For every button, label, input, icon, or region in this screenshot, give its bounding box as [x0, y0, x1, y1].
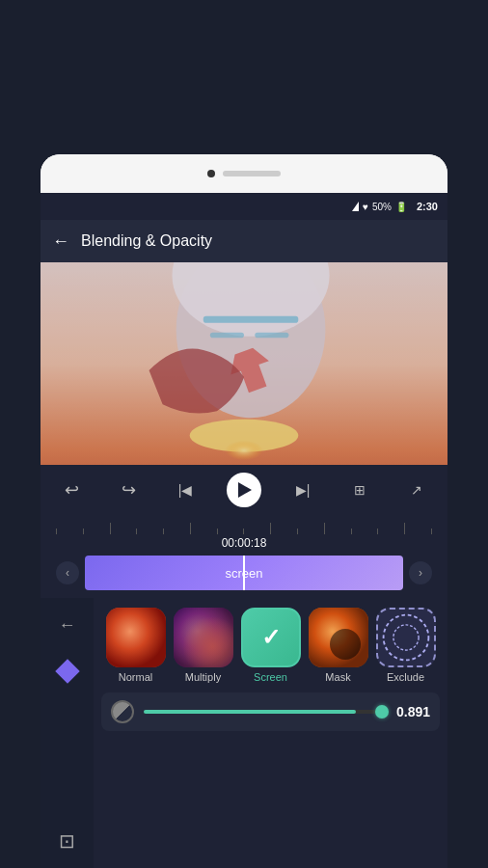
blend-exclude-label: Exclude	[387, 671, 424, 683]
back-tool-button[interactable]: ←	[52, 610, 83, 640]
tick	[351, 529, 352, 534]
svg-rect-11	[174, 608, 233, 667]
tick	[190, 523, 191, 534]
checkmark-icon: ✓	[243, 610, 299, 665]
track-bar[interactable]: screen	[85, 556, 403, 590]
blend-options: Normal	[94, 598, 447, 868]
skip-start-button[interactable]: |◀	[170, 475, 201, 505]
ruler-marks	[56, 523, 432, 534]
tick	[404, 523, 405, 534]
tick	[136, 529, 137, 534]
tick	[324, 523, 325, 534]
diamond-tool-button[interactable]	[52, 656, 83, 687]
portrait-art	[41, 262, 447, 465]
time-display: 2:30	[417, 201, 438, 212]
bottom-panel: ← ⊡	[41, 598, 447, 868]
tick	[110, 523, 111, 534]
tick	[56, 529, 57, 534]
video-preview	[41, 262, 447, 465]
timeline-time: 00:00:18	[56, 534, 432, 556]
blend-multiply-item[interactable]: Multiply	[174, 608, 233, 683]
status-icons: ♥ 50% 🔋	[352, 202, 407, 212]
track-cursor	[243, 556, 245, 590]
blend-multiply-thumb	[174, 608, 233, 667]
slider-thumb[interactable]	[375, 705, 389, 719]
tick	[163, 529, 164, 534]
tick	[83, 529, 84, 534]
svg-point-14	[330, 629, 361, 660]
timeline-section: 00:00:18 ‹ screen ›	[41, 515, 447, 598]
redo-button[interactable]: ↪	[113, 475, 144, 505]
tick	[297, 529, 298, 534]
bookmark-button[interactable]: ⊞	[344, 475, 375, 505]
play-icon	[238, 482, 252, 498]
tick	[243, 529, 244, 534]
phone-speaker	[223, 171, 281, 176]
battery-text: 50%	[372, 202, 392, 212]
left-tools: ← ⊡	[41, 598, 94, 868]
timeline-track: ‹ screen ›	[56, 556, 432, 590]
header-title: Blending & Opacity	[81, 232, 212, 250]
svg-rect-9	[41, 262, 447, 465]
phone-camera	[207, 170, 215, 177]
app-header: ← Blending & Opacity	[41, 220, 447, 262]
status-bar: ♥ 50% 🔋 2:30	[41, 193, 447, 220]
blend-mask-thumb	[309, 608, 368, 667]
phone-mockup: ♥ 50% 🔋 2:30 ← Blending & Opacity	[41, 154, 447, 868]
blend-screen-label: Screen	[254, 671, 287, 683]
app-screen: ♥ 50% 🔋 2:30 ← Blending & Opacity	[41, 193, 447, 868]
opacity-slider[interactable]	[144, 710, 382, 714]
signal-icon	[352, 202, 359, 211]
blend-multiply-label: Multiply	[185, 671, 221, 683]
track-prev-button[interactable]: ‹	[56, 561, 79, 584]
svg-rect-12	[174, 608, 233, 667]
blend-mask-label: Mask	[325, 671, 350, 683]
timeline-ruler	[56, 515, 432, 534]
play-button[interactable]	[227, 473, 261, 507]
blend-exclude-thumb	[376, 608, 436, 667]
svg-rect-10	[106, 608, 166, 667]
blend-screen-thumb: ✓	[241, 608, 301, 667]
tick	[377, 529, 378, 534]
playback-controls: ↩ ↪ |◀ ▶| ⊞ ↗	[41, 465, 447, 515]
opacity-icon	[111, 700, 134, 723]
blend-screen-item[interactable]: ✓ Screen	[241, 608, 301, 683]
blend-normal-label: Normal	[119, 671, 152, 683]
blend-modes-row: Normal	[101, 608, 440, 683]
tick	[270, 523, 271, 534]
slider-fill	[144, 710, 356, 714]
track-next-button[interactable]: ›	[409, 561, 432, 584]
opacity-row: 0.891	[101, 692, 440, 731]
wifi-icon: ♥	[363, 202, 368, 212]
blend-normal-thumb	[106, 608, 166, 667]
svg-point-16	[393, 625, 418, 650]
back-button[interactable]: ←	[52, 231, 69, 252]
blend-exclude-item[interactable]: Exclude	[376, 608, 436, 683]
skip-end-button[interactable]: ▶|	[287, 475, 318, 505]
crop-icon: ⊡	[59, 829, 75, 853]
crop-tool-button[interactable]: ⊡	[52, 826, 83, 856]
blend-normal-item[interactable]: Normal	[106, 608, 166, 683]
undo-button[interactable]: ↩	[56, 475, 87, 505]
export-button[interactable]: ↗	[401, 475, 432, 505]
tick	[431, 529, 432, 534]
diamond-icon	[55, 659, 79, 683]
phone-top-bar	[41, 154, 447, 193]
opacity-value: 0.891	[392, 704, 430, 719]
svg-point-15	[383, 615, 428, 661]
blend-mask-item[interactable]: Mask	[309, 608, 368, 683]
battery-icon: 🔋	[395, 202, 407, 212]
tick	[217, 529, 218, 534]
